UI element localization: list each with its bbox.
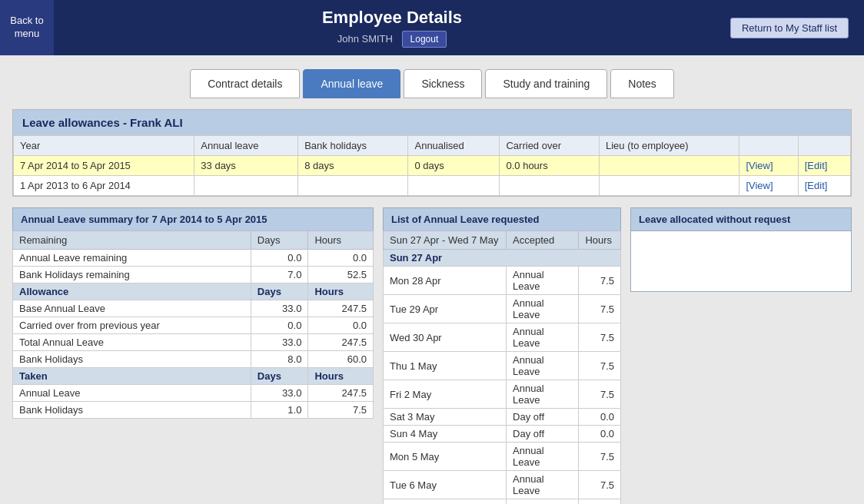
list-item: Sun 27 Apr: [384, 250, 621, 267]
allowances-section: Leave allowances - Frank ALI Year Annual…: [12, 109, 852, 197]
col-remaining-label: Remaining: [13, 231, 251, 250]
list-date: Wed 30 Apr: [384, 323, 507, 352]
list-hours: 7.5: [579, 267, 621, 295]
list-col-hours: Hours: [579, 231, 621, 250]
list-hours: 7.5: [579, 380, 621, 409]
row2-edit[interactable]: [Edit]: [798, 176, 850, 196]
base-annual-leave-label: Base Annual Leave: [13, 300, 251, 317]
taken-subheader: Taken Days Hours: [13, 368, 374, 385]
row2-view[interactable]: [View]: [739, 176, 798, 196]
list-date: Wed 7 May: [384, 499, 507, 505]
list-item: Mon 5 MayAnnual Leave7.5: [384, 443, 621, 471]
allowance-subheader: Allowance Days Hours: [13, 284, 374, 300]
row1-view[interactable]: [View]: [739, 156, 798, 176]
taken-header-label: Taken: [13, 368, 251, 385]
summary-panel: Annual Leave summary for 7 Apr 2014 to 5…: [12, 207, 374, 419]
tab-study[interactable]: Study and training: [485, 69, 607, 98]
list-hours: 7.5: [579, 352, 621, 380]
carried-over-label: Carried over from previous year: [13, 317, 251, 334]
page-title: Employee Details: [54, 8, 730, 28]
list-type: Annual Leave: [507, 295, 579, 323]
list-item: Fri 2 MayAnnual Leave7.5: [384, 380, 621, 409]
list-col-date: Sun 27 Apr - Wed 7 May: [384, 231, 507, 250]
list-item: Tue 29 AprAnnual Leave7.5: [384, 295, 621, 323]
row1-carried: 0.0 hours: [500, 156, 600, 176]
taken-header-days: Days: [251, 368, 308, 385]
base-annual-leave-hours: 247.5: [308, 300, 374, 317]
list-type: Annual Leave: [507, 499, 579, 505]
list-hours: 7.5: [579, 323, 621, 352]
tab-contract[interactable]: Contract details: [190, 69, 300, 98]
logout-button[interactable]: Logout: [402, 31, 447, 48]
list-item: Sat 3 MayDay off0.0: [384, 409, 621, 426]
col-view: [739, 136, 798, 156]
carried-over-hours: 0.0: [308, 317, 374, 334]
list-table: Sun 27 Apr - Wed 7 May Accepted Hours Su…: [383, 230, 621, 504]
list-item: Total Annual Leave 33.0 247.5: [13, 334, 374, 351]
row1-annual: 33 days: [194, 156, 298, 176]
tab-sickness[interactable]: Sickness: [404, 69, 482, 98]
row1-edit[interactable]: [Edit]: [798, 156, 850, 176]
list-hours: 0.0: [579, 409, 621, 426]
annual-leave-remaining-label: Annual Leave remaining: [13, 250, 251, 267]
list-type: Annual Leave: [507, 323, 579, 352]
allowance-header-label: Allowance: [13, 284, 251, 300]
taken-bank-holidays-label: Bank Holidays: [13, 402, 251, 419]
row2-lieu: [600, 176, 739, 196]
header-subtitle: John SMITH Logout: [54, 31, 730, 48]
back-to-menu-button[interactable]: Back to menu: [0, 0, 54, 55]
header: Back to menu Employee Details John SMITH…: [0, 0, 864, 55]
row1-bank: 8 days: [298, 156, 408, 176]
bank-holidays-remaining-label: Bank Holidays remaining: [13, 267, 251, 284]
list-date: Fri 2 May: [384, 380, 507, 409]
col-annual-leave: Annual leave: [194, 136, 298, 156]
main-content: Leave allowances - Frank ALI Year Annual…: [0, 109, 864, 504]
leave-allocated-content: [630, 230, 852, 292]
row2-year: 1 Apr 2013 to 6 Apr 2014: [14, 176, 194, 196]
list-date: Tue 29 Apr: [384, 295, 507, 323]
annual-leave-remaining-hours: 0.0: [308, 250, 374, 267]
col-bank-holidays: Bank holidays: [298, 136, 408, 156]
row2-annualised: [408, 176, 500, 196]
total-annual-leave-label: Total Annual Leave: [13, 334, 251, 351]
base-annual-leave-days: 33.0: [251, 300, 308, 317]
col-edit: [798, 136, 850, 156]
taken-header-hours: Hours: [308, 368, 374, 385]
remaining-header-row: Remaining Days Hours: [13, 231, 374, 250]
list-date: Tue 6 May: [384, 471, 507, 499]
carried-over-days: 0.0: [251, 317, 308, 334]
tab-notes[interactable]: Notes: [610, 69, 674, 98]
allowances-title: Leave allowances - Frank ALI: [13, 110, 851, 135]
tab-annual-leave[interactable]: Annual leave: [303, 69, 400, 98]
leave-allocated-title: Leave allocated without request: [630, 207, 852, 230]
row2-carried: [500, 176, 600, 196]
summary-table: Remaining Days Hours Annual Leave remain…: [12, 230, 374, 419]
row1-year: 7 Apr 2014 to 5 Apr 2015: [14, 156, 194, 176]
return-to-staff-button[interactable]: Return to My Staff list: [730, 18, 849, 38]
bank-holidays-hours: 60.0: [308, 351, 374, 368]
row2-bank: [298, 176, 408, 196]
total-annual-leave-days: 33.0: [251, 334, 308, 351]
annual-leave-remaining-days: 0.0: [251, 250, 308, 267]
list-type: Annual Leave: [507, 471, 579, 499]
taken-bank-holidays-hours: 7.5: [308, 402, 374, 419]
list-hours: 7.5: [579, 443, 621, 471]
list-item: Bank Holidays 8.0 60.0: [13, 351, 374, 368]
list-item: Mon 28 AprAnnual Leave7.5: [384, 267, 621, 295]
list-date: Mon 5 May: [384, 443, 507, 471]
taken-annual-leave-days: 33.0: [251, 385, 308, 402]
bank-holidays-label: Bank Holidays: [13, 351, 251, 368]
table-row: 1 Apr 2013 to 6 Apr 2014 [View] [Edit]: [14, 176, 851, 196]
list-item: Annual Leave 33.0 247.5: [13, 385, 374, 402]
list-type: Annual Leave: [507, 352, 579, 380]
list-hours: 7.5: [579, 295, 621, 323]
list-hours: 7.5: [579, 471, 621, 499]
taken-annual-leave-hours: 247.5: [308, 385, 374, 402]
header-center: Employee Details John SMITH Logout: [54, 8, 730, 48]
list-type: Annual Leave: [507, 443, 579, 471]
list-type: Day off: [507, 409, 579, 426]
list-date: Thu 1 May: [384, 352, 507, 380]
list-header-row: Sun 27 Apr - Wed 7 May Accepted Hours: [384, 231, 621, 250]
row1-lieu: [600, 156, 739, 176]
list-item: Carried over from previous year 0.0 0.0: [13, 317, 374, 334]
